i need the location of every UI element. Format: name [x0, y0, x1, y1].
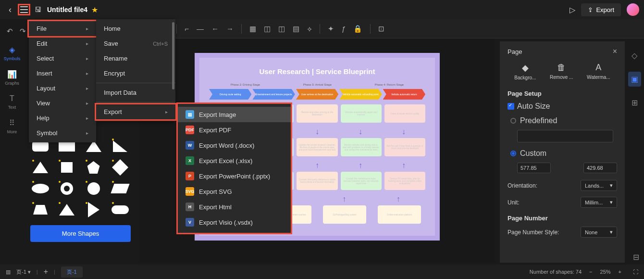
sidebar-item-more[interactable]: ⠿ More — [7, 118, 17, 134]
menu-item-symbol[interactable]: Symbol ▸ — [29, 126, 96, 140]
submenu-import-data[interactable]: Import Data — [96, 85, 175, 100]
watermark-icon: A — [587, 63, 610, 73]
sidebar-item-symbols[interactable]: ◈ Symbols — [4, 45, 21, 61]
chevron-down-icon: ▾ — [610, 182, 613, 189]
text-icon: T — [10, 94, 14, 103]
page-tab[interactable]: 页-1 — [61, 266, 83, 278]
auto-size-checkbox[interactable]: Auto Size — [508, 102, 617, 111]
grid-icon[interactable]: ⊞ — [632, 98, 638, 107]
arrow-start-icon[interactable]: ← — [211, 25, 219, 33]
page-settings-icon[interactable]: ▣ — [628, 72, 641, 87]
shape-triangle-2[interactable] — [29, 159, 51, 176]
menu-item-insert[interactable]: Insert ▸ — [29, 66, 96, 81]
export-header-button[interactable]: ⇪ Export — [581, 3, 621, 16]
connector-icon[interactable]: ⌐ — [185, 25, 189, 33]
export-html[interactable]: H Export Html — [178, 199, 291, 215]
shape-arrow[interactable] — [83, 201, 105, 218]
right-properties-panel: Page × ◆ Backgro... 🗑 Remove ... A Water… — [500, 41, 625, 263]
user-avatar[interactable] — [627, 3, 639, 16]
paint-bucket-icon[interactable]: ◇ — [632, 51, 637, 60]
checkbox-checked-icon — [508, 103, 514, 110]
bottom-rail-icon[interactable]: ⊟ — [633, 253, 639, 261]
export-image[interactable]: ▨ Export Image — [178, 107, 291, 122]
predefined-radio[interactable]: Predefined — [508, 116, 617, 125]
shape-square[interactable] — [56, 159, 78, 176]
menu-item-view[interactable]: View ▸ — [29, 96, 96, 111]
save-icon[interactable]: 🖫 — [33, 4, 43, 15]
shape-pentagon[interactable] — [83, 159, 105, 176]
fill-icon[interactable]: ▦ — [249, 25, 256, 33]
export-ppt[interactable]: P Export PowerPoint (.pptx) — [178, 168, 291, 184]
menu-item-edit[interactable]: Edit ▸ — [29, 36, 96, 51]
close-panel-button[interactable]: × — [613, 47, 617, 56]
export-excel[interactable]: X Export Excel (.xlsx) — [178, 153, 291, 168]
page-number-style-label: Page Number Style: — [508, 229, 559, 236]
sidebar-item-graphs[interactable]: 📊 Graphs — [5, 70, 19, 86]
unit-select[interactable]: Millim... ▾ — [581, 197, 617, 208]
line-style-icon[interactable]: — — [197, 25, 204, 33]
shapes-count-label: Number of shapes: 74 — [530, 269, 582, 275]
shape-triangle-up[interactable] — [56, 201, 78, 218]
shape-circle[interactable] — [83, 180, 105, 197]
zoom-out-button[interactable]: − — [589, 269, 592, 275]
unit-label: Unit: — [508, 199, 520, 206]
shape-parallelogram[interactable] — [109, 180, 131, 197]
lock-icon[interactable]: 🔒 — [353, 25, 362, 33]
height-input[interactable] — [583, 163, 617, 173]
custom-radio[interactable]: Custom — [508, 149, 617, 158]
crop-icon[interactable]: ⟡ — [307, 25, 312, 33]
page-selector[interactable]: 页-1 ▾ — [16, 268, 31, 276]
shape-right-triangle[interactable] — [109, 138, 131, 155]
orientation-select[interactable]: Lands... ▾ — [581, 180, 617, 191]
page-number-style-select[interactable]: None ▾ — [581, 227, 617, 238]
undo-icon[interactable]: ↶ — [7, 27, 13, 36]
arrow-end-icon[interactable]: → — [226, 25, 234, 33]
formula-icon[interactable]: ƒ — [342, 25, 346, 33]
submenu-rename[interactable]: Rename — [96, 51, 175, 66]
zoom-in-button[interactable]: + — [619, 269, 621, 275]
zoom-level: 25% — [600, 269, 611, 275]
favorite-star-icon[interactable]: ★ — [91, 5, 98, 14]
shape-donut[interactable] — [56, 180, 78, 197]
background-action[interactable]: ◆ Backgro... — [514, 63, 536, 80]
shape-pill[interactable] — [109, 201, 131, 218]
shape-diamond[interactable] — [109, 159, 131, 176]
chevron-right-icon: ▸ — [86, 101, 88, 106]
export-svg[interactable]: SVG Export SVG — [178, 184, 291, 199]
back-button[interactable]: ‹ — [5, 3, 15, 17]
layer-icon[interactable]: ▤ — [293, 25, 299, 33]
page-list-icon[interactable]: ▥ — [6, 269, 11, 275]
submenu-export[interactable]: Export ▸ — [96, 104, 175, 119]
add-page-button[interactable]: + — [44, 267, 48, 276]
export-pdf[interactable]: PDF Export PDF — [178, 122, 291, 138]
scrollbar[interactable] — [172, 22, 174, 89]
menu-item-file[interactable]: File ▸ — [29, 21, 96, 36]
chevron-right-icon: ▸ — [86, 26, 88, 31]
more-icon[interactable]: ⊡ — [378, 25, 384, 33]
export-word[interactable]: W Export Word (.docx) — [178, 138, 291, 153]
redo-icon[interactable]: ↷ — [20, 27, 26, 36]
menu-item-help[interactable]: Help ▸ — [29, 111, 96, 126]
word-file-icon: W — [186, 141, 194, 150]
fit-screen-icon[interactable]: ⛶ — [633, 269, 638, 275]
width-input[interactable] — [517, 163, 551, 173]
shape-trapezoid[interactable] — [29, 201, 51, 218]
magic-icon[interactable]: ✦ — [328, 25, 334, 33]
play-button[interactable]: ▷ — [570, 5, 575, 14]
submenu-save[interactable]: Save Ctrl+S — [96, 36, 175, 51]
export-visio[interactable]: V Export Visio (.vsdx) — [178, 215, 291, 230]
group-icon[interactable]: ◫ — [264, 25, 271, 33]
more-shapes-button[interactable]: More Shapes — [30, 225, 131, 242]
submenu-home[interactable]: Home — [96, 21, 175, 36]
watermark-action[interactable]: A Waterma... — [587, 63, 610, 80]
hamburger-menu-button[interactable] — [19, 5, 29, 14]
preset-select[interactable] — [517, 130, 613, 142]
page-setup-title: Page Setup — [508, 90, 617, 97]
shape-ellipse[interactable] — [29, 180, 51, 197]
sidebar-item-text[interactable]: T Text — [8, 94, 16, 110]
submenu-encrypt[interactable]: Encrypt — [96, 66, 175, 81]
ungroup-icon[interactable]: ◫ — [278, 25, 285, 33]
menu-item-select[interactable]: Select ▸ — [29, 51, 96, 66]
remove-action[interactable]: 🗑 Remove ... — [550, 63, 573, 80]
menu-item-layout[interactable]: Layout ▸ — [29, 81, 96, 96]
